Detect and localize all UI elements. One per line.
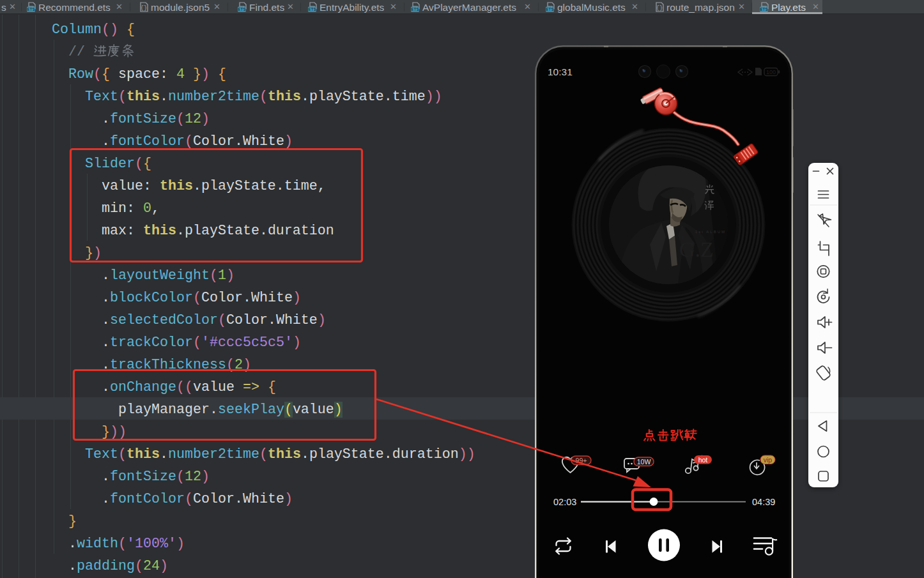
svg-text:ETS: ETS: [27, 7, 35, 11]
svg-text:04:39: 04:39: [752, 497, 775, 507]
svg-text:{}: {}: [656, 5, 663, 11]
svg-text:02:03: 02:03: [553, 497, 576, 507]
svg-text:10:31: 10:31: [548, 66, 573, 77]
svg-text:99+: 99+: [576, 457, 587, 464]
svg-text:ETS: ETS: [546, 7, 554, 11]
svg-text:ETS: ETS: [411, 7, 419, 11]
svg-text:vip: vip: [764, 456, 773, 464]
svg-text:ETS: ETS: [308, 7, 316, 11]
svg-text:100: 100: [766, 69, 776, 75]
svg-text:ETS: ETS: [760, 7, 768, 11]
svg-text:ETS: ETS: [238, 7, 246, 11]
svg-text:10W: 10W: [637, 458, 651, 466]
svg-text:{}: {}: [141, 5, 148, 11]
svg-text:1st ALBUM: 1st ALBUM: [695, 230, 726, 234]
svg-text:hot: hot: [698, 456, 708, 464]
svg-text:G.Z: G.Z: [679, 238, 714, 261]
